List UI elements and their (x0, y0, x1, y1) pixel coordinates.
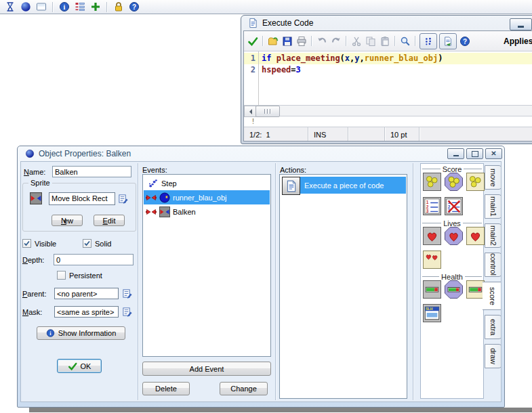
event-label: Step (161, 179, 177, 188)
svg-text:?: ? (463, 38, 467, 45)
delete-event-button[interactable]: Delete (142, 382, 190, 395)
event-row-step[interactable]: Step (144, 176, 270, 190)
hourglass-icon[interactable] (4, 1, 16, 13)
code-line-2: hspeed=3 (262, 64, 301, 76)
toolbar-separator (346, 36, 347, 46)
step-event-icon (148, 178, 159, 189)
mdi-bottom-edge (29, 408, 532, 412)
svg-text:i: i (64, 3, 66, 11)
ok-check-icon[interactable] (247, 35, 259, 47)
save-icon[interactable] (281, 35, 293, 47)
event-row-collision-balken[interactable]: Balken (144, 204, 270, 219)
test-health-action-icon[interactable] (445, 280, 463, 299)
goto-line-button[interactable] (420, 33, 437, 49)
scrollbar-thumb[interactable] (255, 106, 280, 117)
help-icon[interactable]: ? (459, 35, 471, 47)
toolbar-separator (262, 36, 264, 46)
show-highscore-action-icon[interactable]: 123 (423, 197, 441, 215)
svg-text:?: ? (132, 3, 136, 11)
status-line-col: 1/2: 1 (244, 127, 308, 142)
minimize-button[interactable] (447, 148, 464, 159)
edit-code-button[interactable] (439, 33, 457, 49)
paste-icon[interactable] (379, 35, 391, 47)
show-information-button[interactable]: i Show Information (37, 326, 125, 340)
code-window-title: Execute Code (262, 18, 313, 28)
action-label: Execute a piece of code (300, 177, 406, 194)
object-window-titlebar[interactable]: Object Properties: Balken ✕ (20, 146, 502, 161)
maximize-button[interactable] (466, 148, 483, 159)
mask-box[interactable]: <same as sprite> (54, 306, 119, 318)
actions-list[interactable]: Execute a piece of code (279, 174, 407, 399)
draw-lives-action-icon[interactable] (466, 227, 485, 245)
scroll-left-button[interactable] (244, 106, 256, 117)
solid-label: Solid (95, 240, 111, 248)
tab-draw[interactable]: draw (485, 344, 502, 368)
solid-checkbox[interactable] (83, 239, 91, 248)
form-icon[interactable] (74, 1, 86, 13)
clear-highscore-action-icon[interactable]: 123 (445, 197, 463, 215)
gutter-separator (258, 51, 259, 105)
persistent-checkbox[interactable] (57, 271, 66, 280)
edit-sprite-button[interactable]: Edit (94, 215, 125, 226)
parent-box[interactable]: <no parent> (54, 288, 119, 299)
mask-menu-icon[interactable] (122, 307, 132, 317)
new-sprite-button[interactable]: NNewew (52, 215, 83, 226)
code-window-titlebar[interactable]: Execute Code (243, 16, 532, 30)
visible-checkbox[interactable] (22, 239, 31, 248)
set-health-action-icon[interactable] (423, 280, 441, 299)
panel-divider (413, 163, 413, 400)
sprite-name-box[interactable]: Move Block Rect (49, 192, 115, 205)
tab-score[interactable]: score (483, 282, 502, 310)
open-icon[interactable] (267, 35, 279, 47)
tab-main2[interactable]: main2 (485, 223, 502, 248)
redo-icon[interactable] (330, 35, 342, 47)
find-icon[interactable] (399, 35, 411, 47)
tab-control[interactable]: control (485, 253, 502, 277)
events-list[interactable]: Step runner_blau_obj Balken (142, 174, 271, 357)
sprite-menu-icon[interactable] (118, 194, 128, 204)
message-bar: ! (244, 116, 532, 127)
close-icon[interactable]: ✕ (485, 148, 502, 159)
lock-icon[interactable] (112, 1, 125, 13)
print-icon[interactable] (295, 35, 308, 47)
show-information-label: Show Information (58, 329, 117, 337)
event-label: runner_blau_obj (173, 194, 227, 202)
help-icon[interactable]: ? (128, 1, 140, 13)
minimize-button[interactable] (510, 18, 532, 30)
toolbar-separator (394, 36, 396, 46)
code-editor[interactable]: 1 2 if place_meeting(x,y,runner_blau_obj… (244, 51, 532, 106)
sphere-icon[interactable] (20, 1, 32, 13)
depth-input[interactable]: 0 (54, 254, 134, 265)
change-event-button[interactable]: Change (220, 382, 268, 395)
info-icon[interactable]: i (58, 1, 70, 13)
event-row-collision-runner[interactable]: runner_blau_obj (144, 190, 270, 204)
add-event-button[interactable]: Add Event (142, 362, 271, 376)
runner-sprite-icon (159, 192, 170, 203)
info-icon: i (46, 329, 55, 338)
draw-life-images-action-icon[interactable] (423, 251, 441, 269)
parent-label: Parent: (22, 290, 46, 298)
horizontal-scrollbar[interactable] (244, 106, 532, 116)
test-score-action-icon[interactable] (445, 173, 463, 191)
tab-move[interactable]: move (485, 165, 502, 190)
status-empty-cell (420, 127, 532, 142)
ok-button[interactable]: OK (57, 359, 102, 373)
tab-extra[interactable]: extra (485, 315, 502, 339)
status-empty-cell (348, 127, 385, 142)
plus-icon[interactable] (89, 1, 102, 13)
name-input[interactable]: Balken (52, 166, 131, 177)
parent-menu-icon[interactable] (122, 288, 132, 299)
set-score-action-icon[interactable] (423, 173, 441, 191)
copy-icon[interactable] (365, 35, 377, 47)
score-caption-action-icon[interactable]: SLH (423, 304, 441, 322)
rectangle-icon[interactable] (35, 1, 47, 13)
document-icon (248, 18, 258, 28)
test-lives-action-icon[interactable] (445, 227, 463, 245)
undo-icon[interactable] (316, 35, 328, 47)
cut-icon[interactable] (350, 35, 363, 47)
set-lives-action-icon[interactable] (423, 227, 441, 245)
toolbar-separator (106, 2, 108, 12)
draw-health-action-icon[interactable] (466, 280, 485, 299)
draw-score-action-icon[interactable] (466, 173, 485, 191)
tab-main1[interactable]: main1 (485, 194, 502, 219)
